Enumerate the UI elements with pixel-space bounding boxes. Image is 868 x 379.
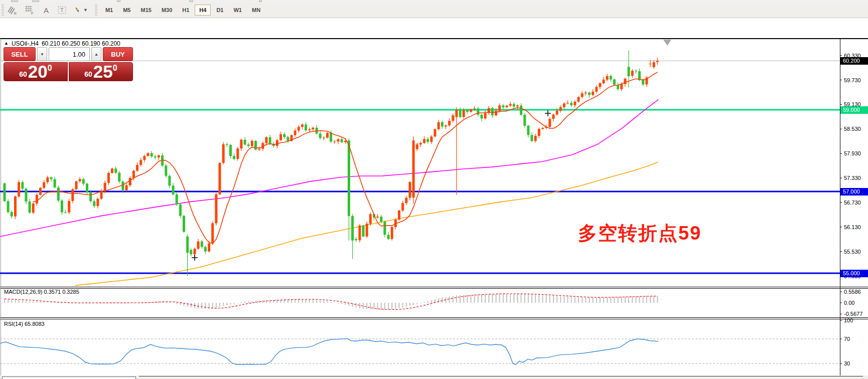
- ma-fast-red: [33, 72, 657, 244]
- buy-price-prefix: 60: [84, 69, 92, 80]
- sell-price-pip: 0: [48, 64, 52, 72]
- level-price-badge: 55.000: [840, 270, 868, 277]
- rsi-line: [0, 338, 658, 364]
- macd-label: MACD(12,26,9) 0.3571 0.3285: [4, 289, 79, 295]
- price-scale-label: 55.530: [844, 249, 861, 255]
- price-scale-label: 56.730: [844, 200, 861, 206]
- volume-input[interactable]: 1.00: [49, 47, 90, 61]
- candlesticks: [4, 51, 659, 276]
- volume-down-button[interactable]: ▼: [37, 47, 47, 61]
- toolbar: E F A T ▼: [0, 3, 868, 18]
- buy-price-pip: 0: [113, 64, 117, 72]
- text-box-icon[interactable]: T: [55, 4, 70, 16]
- sell-price-main: 20: [28, 64, 48, 80]
- caret-down-icon: ▼: [83, 8, 88, 13]
- symbol-name: USOil-,H4: [12, 40, 39, 47]
- macd-histogram: [4, 294, 658, 310]
- svg-text:E: E: [14, 11, 17, 15]
- buy-price-tile[interactable]: 60 25 0: [69, 62, 133, 81]
- timeframe-button-d1[interactable]: D1: [212, 5, 228, 16]
- ohlc-values: 60.210 60.250 60.190 60.200: [42, 40, 120, 47]
- mt4-window: { "toolbar": { "tools": [ {"name": "patt…: [0, 0, 868, 379]
- ma-mid-magenta: [0, 100, 658, 237]
- timeframe-button-mn[interactable]: MN: [247, 5, 265, 16]
- text-label-icon[interactable]: A: [39, 4, 54, 16]
- svg-text:F: F: [31, 11, 34, 15]
- macd-signal-line: [5, 294, 657, 309]
- rsi-scale-label: 30: [844, 360, 850, 366]
- chart-ohlc-title: ▲ USOil-,H4 60.210 60.250 60.190 60.200: [4, 40, 120, 47]
- macd-scale-label: 0.00: [844, 300, 854, 306]
- collapse-triangle-icon[interactable]: ▲: [4, 41, 9, 46]
- rsi-scale-label: 70: [844, 336, 850, 342]
- volume-up-button[interactable]: ▲: [91, 47, 101, 61]
- sell-price-tile[interactable]: 60 20 0: [4, 62, 68, 81]
- timeframe-button-w1[interactable]: W1: [229, 5, 246, 16]
- toolbar-grip[interactable]: [2, 5, 4, 16]
- level-price-badge: 57.000: [840, 188, 868, 196]
- timeframe-button-h4[interactable]: H4: [195, 5, 211, 16]
- svg-text:T: T: [60, 7, 64, 13]
- current-price-badge: 60.200: [840, 57, 868, 65]
- timeframe-button-m30[interactable]: M30: [157, 5, 177, 16]
- arrows-dropdown-icon[interactable]: ▼: [71, 4, 90, 16]
- timeframe-button-h1[interactable]: H1: [178, 5, 194, 16]
- chart-annotation-text[interactable]: 多空转折点59: [578, 221, 701, 246]
- bottom-window-edge: [0, 375, 868, 379]
- sell-button[interactable]: SELL: [4, 47, 36, 61]
- timeframe-bar: M1M5M15M30H1H4D1W1MN: [100, 5, 265, 16]
- timeframe-button-m1[interactable]: M1: [101, 5, 117, 16]
- one-click-trade-panel: SELL ▼ 1.00 ▲ BUY 60 20 0 60 25 0: [4, 47, 133, 81]
- price-scale-label: 57.330: [844, 175, 861, 181]
- macd-scale-label: -0.5677: [844, 311, 862, 317]
- price-scale-label: 57.930: [844, 150, 861, 156]
- crosshatch-e-icon[interactable]: E: [5, 4, 21, 16]
- timeframe-button-m5[interactable]: M5: [118, 5, 135, 16]
- sell-price-prefix: 60: [19, 69, 27, 80]
- buy-price-main: 25: [93, 64, 113, 80]
- price-scale-label: 58.530: [844, 126, 861, 132]
- rsi-scale-label: 100: [844, 317, 853, 323]
- buy-button[interactable]: BUY: [103, 47, 133, 61]
- grid-f-icon[interactable]: F: [22, 4, 38, 16]
- chart-shift-triangle-icon: [663, 40, 671, 46]
- rsi-label: RSI(14) 65.8083: [4, 321, 45, 327]
- toolbar-separator: [95, 5, 97, 16]
- timeframe-button-m15[interactable]: M15: [136, 5, 156, 16]
- price-scale-label: 56.130: [844, 224, 861, 230]
- level-price-badge: 59.000: [840, 106, 868, 114]
- macd-scale-label: 0.5586: [844, 289, 861, 295]
- price-scale-label: 59.730: [844, 77, 861, 83]
- chart-window[interactable]: ▲ USOil-,H4 60.210 60.250 60.190 60.200 …: [0, 18, 868, 376]
